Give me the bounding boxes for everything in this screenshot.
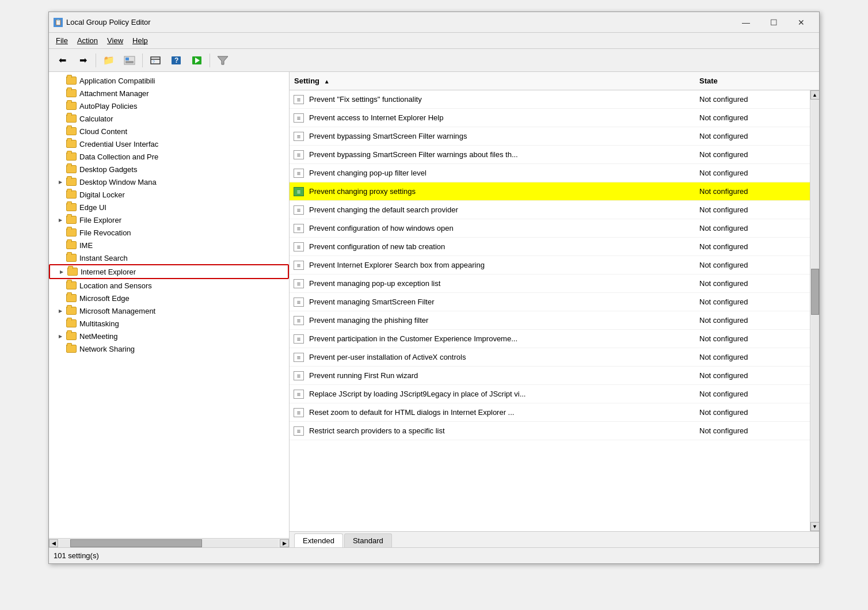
folder-icon-cloud-content [66, 127, 77, 135]
tree-h-scroll-thumb[interactable] [70, 539, 202, 547]
setting-row-s7[interactable]: Prevent changing the default search prov… [290, 201, 810, 219]
setting-name-s18: Reset zoom to default for HTML dialogs i… [308, 406, 695, 419]
tree-item-location-sensors[interactable]: Location and Sensors [49, 279, 289, 292]
left-panel: Application Compatibili Attachment Manag… [49, 72, 290, 547]
tree-h-scroll-track[interactable] [59, 539, 279, 547]
tree-item-multitasking[interactable]: Multitasking [49, 317, 289, 330]
setting-row-s10[interactable]: Prevent Internet Explorer Search box fro… [290, 256, 810, 274]
minimize-button[interactable]: — [733, 16, 759, 29]
v-scroll-track[interactable] [811, 100, 819, 522]
setting-row-s2[interactable]: Prevent access to Internet Explorer Help… [290, 109, 810, 127]
tree-item-instant-search[interactable]: Instant Search [49, 251, 289, 264]
settings-list[interactable]: Prevent "Fix settings" functionalityNot … [290, 90, 810, 531]
tree-item-file-explorer[interactable]: File Explorer [49, 214, 289, 226]
setting-row-s16[interactable]: Prevent running First Run wizardNot conf… [290, 367, 810, 385]
tree-item-ime[interactable]: IME [49, 239, 289, 251]
back-button[interactable]: ⬅ [52, 52, 72, 69]
setting-row-s5[interactable]: Prevent changing pop-up filter levelNot … [290, 164, 810, 182]
setting-state-s8: Not configured [695, 222, 810, 235]
close-button[interactable]: ✕ [788, 16, 814, 29]
tree-item-cloud-content[interactable]: Cloud Content [49, 125, 289, 138]
tab-extended[interactable]: Extended [294, 533, 343, 547]
tree-item-app-compat[interactable]: Application Compatibili [49, 74, 289, 87]
expand-netmeeting[interactable] [56, 331, 65, 341]
menu-view[interactable]: View [102, 35, 128, 47]
v-scroll-up[interactable]: ▲ [810, 90, 820, 100]
tree-scroll-right[interactable]: ▶ [280, 539, 289, 547]
tab-standard[interactable]: Standard [344, 533, 392, 547]
setting-row-s4[interactable]: Prevent bypassing SmartScreen Filter war… [290, 146, 810, 164]
tree-item-digital-locker[interactable]: Digital Locker [49, 188, 289, 201]
tree-area[interactable]: Application Compatibili Attachment Manag… [49, 72, 289, 538]
tree-item-desktop-gadgets[interactable]: Desktop Gadgets [49, 163, 289, 176]
tree-item-network-sharing[interactable]: Network Sharing [49, 342, 289, 355]
tree-item-data-collection[interactable]: Data Collection and Pre [49, 150, 289, 163]
setting-row-s9[interactable]: Prevent configuration of new tab creatio… [290, 238, 810, 256]
tree-label-file-revocation: File Revocation [79, 228, 131, 237]
setting-row-s3[interactable]: Prevent bypassing SmartScreen Filter war… [290, 127, 810, 146]
help-button[interactable]: ? [166, 52, 186, 69]
filter-button[interactable] [213, 52, 233, 69]
v-scroll-thumb[interactable] [811, 269, 819, 315]
tree-item-autoplay[interactable]: AutoPlay Policies [49, 100, 289, 112]
menu-help[interactable]: Help [128, 35, 153, 47]
menu-file[interactable]: File [51, 35, 73, 47]
tree-item-netmeeting[interactable]: NetMeeting [49, 330, 289, 342]
maximize-button[interactable]: ☐ [760, 16, 787, 29]
col-header-state[interactable]: State [695, 73, 810, 89]
right-v-scrollbar[interactable]: ▲ ▼ [810, 90, 819, 531]
run-button[interactable] [187, 52, 207, 69]
setting-name-s3: Prevent bypassing SmartScreen Filter war… [308, 129, 695, 143]
setting-state-s11: Not configured [695, 277, 810, 290]
folder-icon-app-compat [66, 77, 77, 85]
tree-item-desktop-window[interactable]: Desktop Window Mana [49, 176, 289, 188]
show-hide-button[interactable]: 📁 [99, 52, 119, 69]
policy-icon-s12 [294, 298, 304, 307]
expand-internet-explorer[interactable] [57, 267, 66, 276]
new-window-icon: ? [150, 55, 161, 66]
tree-item-calculator[interactable]: Calculator [49, 112, 289, 125]
tree-item-internet-explorer[interactable]: Internet Explorer [49, 264, 289, 279]
setting-row-s19[interactable]: Restrict search providers to a specific … [290, 422, 810, 440]
setting-icon-s16 [293, 370, 304, 382]
setting-row-s11[interactable]: Prevent managing pop-up exception listNo… [290, 274, 810, 293]
properties-button[interactable] [120, 52, 139, 69]
setting-row-s12[interactable]: Prevent managing SmartScreen FilterNot c… [290, 293, 810, 311]
setting-icon-s18 [293, 407, 304, 418]
tree-h-scrollbar[interactable]: ◀ ▶ [49, 538, 289, 547]
menu-action[interactable]: Action [73, 35, 102, 47]
expand-file-explorer[interactable] [56, 215, 65, 224]
setting-row-s18[interactable]: Reset zoom to default for HTML dialogs i… [290, 403, 810, 422]
setting-row-s13[interactable]: Prevent managing the phishing filterNot … [290, 311, 810, 330]
folder-icon-ime [66, 241, 77, 249]
v-scroll-down[interactable]: ▼ [810, 522, 820, 531]
col-header-setting[interactable]: Setting ▲ [290, 73, 695, 89]
setting-icon-s4 [293, 149, 304, 161]
tree-item-cred-user[interactable]: Credential User Interfac [49, 138, 289, 150]
forward-button[interactable]: ➡ [73, 52, 93, 69]
tree-item-microsoft-edge[interactable]: Microsoft Edge [49, 292, 289, 304]
folder-icon-edge-ui [66, 203, 77, 211]
setting-row-s14[interactable]: Prevent participation in the Customer Ex… [290, 330, 810, 348]
setting-row-s8[interactable]: Prevent configuration of how windows ope… [290, 219, 810, 238]
main-content: Application Compatibili Attachment Manag… [49, 72, 819, 547]
new-window-button[interactable]: ? [146, 52, 165, 69]
setting-row-s15[interactable]: Prevent per-user installation of ActiveX… [290, 348, 810, 367]
policy-icon-s17 [294, 390, 304, 399]
filter-icon [216, 55, 229, 66]
tree-item-edge-ui[interactable]: Edge UI [49, 201, 289, 214]
tree-item-attach-mgr[interactable]: Attachment Manager [49, 87, 289, 100]
setting-state-s1: Not configured [695, 93, 810, 106]
expand-ms-mgmt[interactable] [56, 306, 65, 315]
folder-icon-internet-explorer [67, 268, 78, 276]
setting-state-s16: Not configured [695, 369, 810, 382]
setting-name-s10: Prevent Internet Explorer Search box fro… [308, 258, 695, 272]
expand-desktop-window[interactable] [56, 177, 65, 186]
setting-row-s17[interactable]: Replace JScript by loading JScript9Legac… [290, 385, 810, 403]
setting-row-s6[interactable]: Prevent changing proxy settingsNot confi… [290, 182, 810, 201]
tree-scroll-left[interactable]: ◀ [49, 539, 58, 547]
setting-icon-s17 [293, 388, 304, 400]
setting-row-s1[interactable]: Prevent "Fix settings" functionalityNot … [290, 90, 810, 109]
tree-item-file-revocation[interactable]: File Revocation [49, 226, 289, 239]
tree-item-ms-mgmt[interactable]: Microsoft Management [49, 304, 289, 317]
